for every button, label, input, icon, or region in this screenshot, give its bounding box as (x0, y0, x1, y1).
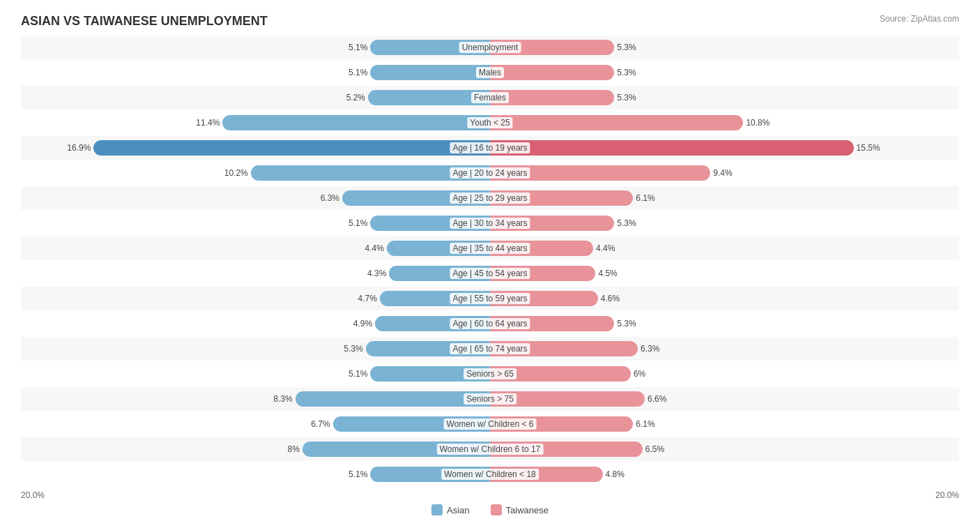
bar-left-container: 4.9% (21, 316, 490, 331)
value-left: 8% (287, 444, 299, 454)
value-right: 10.8% (746, 118, 770, 128)
chart-row: 4.4%4.4%Age | 35 to 44 years (21, 236, 959, 260)
bar-left-container: 4.4% (21, 241, 490, 256)
chart-row: 10.2%9.4%Age | 20 to 24 years (21, 161, 959, 185)
value-left: 10.2% (224, 168, 248, 178)
bar-asian: 4.4% (387, 241, 490, 256)
bar-right-container: 6.6% (490, 391, 959, 407)
bar-asian: 4.3% (389, 266, 490, 281)
bar-left-container: 5.1% (21, 366, 490, 382)
chart-row: 5.2%5.3%Females (21, 86, 959, 110)
chart-row: 5.1%5.3%Unemployment (21, 36, 959, 59)
legend: Asian Taiwanese (21, 504, 959, 515)
bar-taiwanese: 5.3% (490, 316, 614, 331)
bar-left-container: 8% (21, 442, 490, 457)
bar-left-container: 5.1% (21, 40, 490, 55)
bar-left-container: 10.2% (21, 165, 490, 181)
chart-container: ASIAN VS TAIWANESE UNEMPLOYMENT Source: … (21, 14, 959, 515)
bar-taiwanese: 6.1% (490, 416, 633, 432)
axis-right: 20.0% (935, 490, 959, 500)
legend-box-asian (431, 504, 443, 515)
value-left: 6.7% (311, 419, 330, 429)
bar-asian: 5.2% (368, 90, 490, 105)
value-right: 4.4% (596, 243, 615, 253)
bar-asian: 5.1% (370, 65, 490, 80)
bar-taiwanese: 5.3% (490, 90, 614, 105)
value-right: 5.3% (617, 319, 636, 329)
bar-left-container: 5.1% (21, 216, 490, 231)
bar-asian: 16.9% (93, 140, 490, 156)
chart-row: 6.3%6.1%Age | 25 to 29 years (21, 186, 959, 210)
chart-row: 5.1%5.3%Age | 30 to 34 years (21, 211, 959, 235)
bar-taiwanese: 4.6% (490, 291, 598, 306)
bar-taiwanese: 6.3% (490, 341, 638, 356)
value-left: 4.3% (367, 269, 386, 278)
value-left: 5.1% (349, 469, 367, 479)
chart-row: 5.1%5.3%Males (21, 61, 959, 84)
bar-asian: 5.1% (370, 366, 490, 382)
bar-right-container: 4.4% (490, 241, 959, 256)
bar-right-container: 6.1% (490, 416, 959, 432)
bar-asian: 5.3% (366, 341, 490, 356)
bar-right-container: 5.3% (490, 90, 959, 105)
bar-asian: 6.3% (342, 190, 490, 206)
bar-left-container: 5.1% (21, 467, 490, 482)
bar-asian: 6.7% (333, 416, 490, 432)
chart-row: 4.3%4.5%Age | 45 to 54 years (21, 262, 959, 285)
value-right: 6.6% (648, 394, 666, 404)
bar-asian: 8.3% (296, 391, 490, 407)
legend-label-taiwanese: Taiwanese (506, 505, 549, 515)
value-right: 6.3% (641, 344, 659, 354)
value-right: 4.5% (598, 269, 617, 278)
value-right: 15.5% (857, 143, 880, 153)
bar-left-container: 11.4% (21, 115, 490, 130)
bar-taiwanese: 4.4% (490, 241, 593, 256)
chart-row: 8%6.5%Women w/ Children 6 to 17 (21, 437, 959, 461)
value-right: 6.1% (636, 419, 654, 429)
bar-taiwanese: 6.6% (490, 391, 645, 407)
value-left: 5.2% (346, 93, 365, 103)
value-left: 5.3% (344, 344, 362, 354)
bar-right-container: 10.8% (490, 115, 959, 130)
source-text: Source: ZipAtlas.com (880, 14, 959, 24)
value-right: 5.3% (617, 43, 636, 52)
bar-right-container: 5.3% (490, 40, 959, 55)
chart-row: 6.7%6.1%Women w/ Children < 6 (21, 412, 959, 436)
value-left: 4.7% (358, 294, 377, 303)
value-left: 5.1% (349, 43, 367, 52)
bar-taiwanese: 4.8% (490, 467, 603, 482)
axis-row: 20.0% 20.0% (21, 490, 959, 500)
chart-row: 4.7%4.6%Age | 55 to 59 years (21, 287, 959, 310)
legend-box-taiwanese (491, 504, 502, 515)
bar-taiwanese: 6% (490, 366, 631, 382)
bar-asian: 5.1% (370, 40, 490, 55)
bar-asian: 5.1% (370, 216, 490, 231)
chart-row: 4.9%5.3%Age | 60 to 64 years (21, 312, 959, 335)
value-left: 16.9% (67, 143, 91, 153)
value-left: 6.3% (321, 193, 339, 203)
chart-row: 5.1%6%Seniors > 65 (21, 362, 959, 386)
value-right: 9.4% (713, 168, 732, 178)
bar-asian: 4.9% (375, 316, 490, 331)
value-right: 6.1% (636, 193, 654, 203)
bar-taiwanese: 9.4% (490, 165, 710, 181)
legend-label-asian: Asian (447, 505, 470, 515)
bar-asian: 11.4% (222, 115, 490, 130)
axis-left: 20.0% (21, 490, 45, 500)
value-left: 4.4% (365, 243, 384, 253)
value-right: 5.3% (617, 93, 636, 103)
bar-taiwanese: 15.5% (490, 140, 854, 156)
bar-left-container: 6.7% (21, 416, 490, 432)
value-left: 5.1% (349, 68, 367, 77)
legend-item-asian: Asian (431, 504, 470, 515)
value-left: 8.3% (273, 394, 292, 404)
bar-taiwanese: 5.3% (490, 40, 614, 55)
bar-left-container: 4.3% (21, 266, 490, 281)
chart-row: 11.4%10.8%Youth < 25 (21, 111, 959, 135)
chart-row: 5.3%6.3%Age | 65 to 74 years (21, 337, 959, 361)
bar-left-container: 16.9% (21, 140, 490, 156)
bar-left-container: 8.3% (21, 391, 490, 407)
value-left: 5.1% (349, 369, 367, 379)
bar-left-container: 5.2% (21, 90, 490, 105)
bar-right-container: 5.3% (490, 65, 959, 80)
